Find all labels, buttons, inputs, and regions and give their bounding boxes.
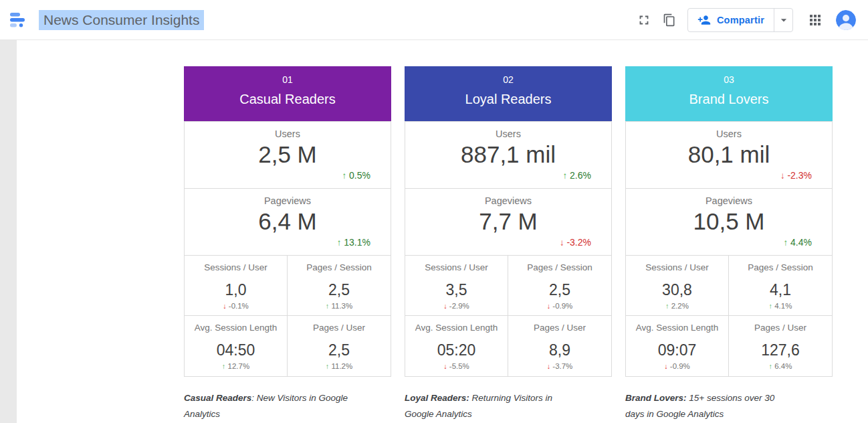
trend-arrow-icon: ↑	[563, 171, 568, 181]
metric-delta: ↓ -2.3%	[626, 169, 832, 182]
pages-per-session-scorecard[interactable]: Pages / Session 4,1 ↑ 4.1%	[729, 256, 832, 316]
delta-value: 2.6%	[570, 170, 591, 181]
pages-per-user-scorecard[interactable]: Pages / User 8,9 ↓ -3.7%	[508, 316, 611, 376]
person-add-icon	[697, 13, 711, 27]
metric-label: Pages / Session	[288, 262, 391, 273]
metric-value: 30,8	[626, 278, 728, 301]
share-button[interactable]: Compartir	[688, 9, 774, 31]
delta-value: 4.4%	[790, 237, 812, 248]
card-header-loyal-readers[interactable]: 02 Loyal Readers	[405, 66, 612, 121]
segment-footnote: Casual Readers: New Visitors in Google A…	[184, 390, 352, 422]
pages-per-user-scorecard[interactable]: Pages / User 127,6 ↑ 6.4%	[729, 316, 832, 376]
avg-session-length-scorecard[interactable]: Avg. Session Length 05:20 ↓ -5.5%	[405, 316, 508, 376]
metric-delta: ↑ 0.5%	[185, 169, 391, 182]
avg-session-length-scorecard[interactable]: Avg. Session Length 04:50 ↑ 12.7%	[185, 316, 288, 376]
metric-value: 887,1 mil	[405, 140, 611, 169]
segment-footnote: Brand Lovers: 15+ sessions over 30 days …	[625, 390, 794, 422]
trend-arrow-icon: ↓	[664, 362, 667, 370]
card-header-casual-readers[interactable]: 01 Casual Readers	[184, 66, 391, 121]
metric-value: 05:20	[405, 339, 508, 361]
copy-report-button[interactable]	[657, 7, 682, 33]
metric-delta: ↑ 4.1%	[729, 301, 832, 311]
metric-delta: ↑ 2.6%	[405, 169, 611, 182]
delta-value: 0.5%	[349, 170, 370, 181]
scorecard-casual-readers: 01 Casual Readers Users 2,5 M ↑ 0.5% Pag…	[184, 66, 391, 422]
sessions-per-user-scorecard[interactable]: Sessions / User 30,8 ↑ 2.2%	[626, 256, 729, 316]
metric-value: 04:50	[185, 339, 287, 361]
metric-label: Pages / Session	[729, 262, 832, 273]
delta-value: -5.5%	[449, 362, 469, 370]
users-scorecard[interactable]: Users 80,1 mil ↓ -2.3%	[626, 122, 832, 189]
pageviews-scorecard[interactable]: Pageviews 7,7 M ↓ -3.2%	[405, 189, 611, 256]
sessions-per-user-scorecard[interactable]: Sessions / User 1,0 ↓ -0.1%	[185, 256, 288, 316]
metric-value: 3,5	[405, 278, 508, 301]
card-body: Users 887,1 mil ↑ 2.6% Pageviews 7,7 M ↓…	[405, 121, 612, 377]
segment-name: Brand Lovers	[625, 90, 833, 108]
trend-arrow-icon: ↑	[222, 362, 225, 370]
metric-delta: ↓ -0.9%	[508, 301, 611, 311]
delta-value: 13.1%	[344, 237, 370, 248]
metric-delta: ↓ -2.9%	[405, 301, 508, 311]
metric-value: 4,1	[729, 278, 832, 301]
delta-value: -0.9%	[670, 362, 690, 370]
metric-delta: ↓ -5.5%	[405, 361, 508, 371]
metric-label: Pageviews	[185, 195, 391, 207]
footnote-term: Loyal Readers:	[405, 393, 469, 403]
delta-value: 11.3%	[331, 302, 352, 310]
metric-delta: ↑ 2.2%	[626, 301, 728, 311]
metric-value: 6,4 M	[185, 207, 391, 236]
trend-arrow-icon: ↑	[769, 302, 772, 310]
trend-arrow-icon: ↑	[665, 302, 669, 310]
metric-delta: ↑ 11.3%	[288, 301, 391, 311]
trend-arrow-icon: ↓	[223, 302, 226, 310]
trend-arrow-icon: ↑	[326, 302, 329, 310]
data-studio-logo-icon[interactable]	[7, 9, 28, 31]
metric-label: Users	[405, 128, 611, 140]
scorecard-loyal-readers: 02 Loyal Readers Users 887,1 mil ↑ 2.6% …	[405, 66, 612, 422]
users-scorecard[interactable]: Users 2,5 M ↑ 0.5%	[185, 122, 391, 189]
metric-label: Sessions / User	[626, 262, 728, 273]
fullscreen-button[interactable]	[631, 7, 657, 33]
delta-value: -3.7%	[552, 362, 572, 370]
trend-arrow-icon: ↑	[342, 171, 347, 181]
pages-per-session-scorecard[interactable]: Pages / Session 2,5 ↓ -0.9%	[508, 256, 611, 316]
delta-value: 2.2%	[671, 302, 689, 310]
metric-value: 8,9	[508, 339, 611, 361]
metric-label: Sessions / User	[185, 262, 287, 273]
sessions-per-user-scorecard[interactable]: Sessions / User 3,5 ↓ -2.9%	[405, 256, 508, 316]
pages-per-session-scorecard[interactable]: Pages / Session 2,5 ↑ 11.3%	[288, 256, 391, 316]
metric-delta: ↑ 4.4%	[626, 236, 832, 249]
card-header-brand-lovers[interactable]: 03 Brand Lovers	[625, 66, 833, 121]
users-scorecard[interactable]: Users 887,1 mil ↑ 2.6%	[405, 122, 611, 189]
header-actions: Compartir	[631, 7, 860, 33]
metric-delta: ↓ -0.9%	[626, 361, 728, 371]
share-options-dropdown[interactable]	[774, 9, 792, 31]
metric-value: 80,1 mil	[626, 140, 832, 169]
trend-arrow-icon: ↑	[326, 362, 329, 370]
segment-name: Loyal Readers	[405, 90, 612, 108]
pageviews-scorecard[interactable]: Pageviews 10,5 M ↑ 4.4%	[626, 189, 832, 256]
avg-session-length-scorecard[interactable]: Avg. Session Length 09:07 ↓ -0.9%	[626, 316, 729, 376]
footnote-term: Casual Readers	[184, 393, 251, 403]
small-metrics-grid: Sessions / User 30,8 ↑ 2.2% Pages / Sess…	[626, 256, 832, 376]
pages-per-user-scorecard[interactable]: Pages / User 2,5 ↑ 11.2%	[288, 316, 391, 376]
metric-label: Avg. Session Length	[185, 322, 287, 333]
fullscreen-icon	[637, 13, 651, 27]
metric-value: 09:07	[626, 339, 728, 361]
card-body: Users 80,1 mil ↓ -2.3% Pageviews 10,5 M …	[625, 121, 833, 377]
segment-name: Casual Readers	[184, 90, 391, 108]
report-title[interactable]: News Consumer Insights	[39, 10, 204, 30]
metric-label: Users	[626, 128, 832, 140]
small-metrics-grid: Sessions / User 3,5 ↓ -2.9% Pages / Sess…	[405, 256, 611, 376]
metric-delta: ↑ 13.1%	[185, 236, 391, 249]
metric-label: Pages / User	[288, 322, 391, 333]
apps-grid-button[interactable]	[802, 7, 828, 33]
share-split-button: Compartir	[687, 8, 793, 32]
pageviews-scorecard[interactable]: Pageviews 6,4 M ↑ 13.1%	[185, 189, 391, 256]
app-header: News Consumer Insights Compartir	[0, 0, 868, 40]
metric-value: 2,5 M	[185, 140, 391, 169]
user-avatar[interactable]	[836, 10, 856, 30]
chevron-down-icon	[777, 13, 790, 27]
metric-delta: ↓ -0.1%	[185, 301, 287, 311]
apps-grid-icon	[807, 12, 823, 28]
